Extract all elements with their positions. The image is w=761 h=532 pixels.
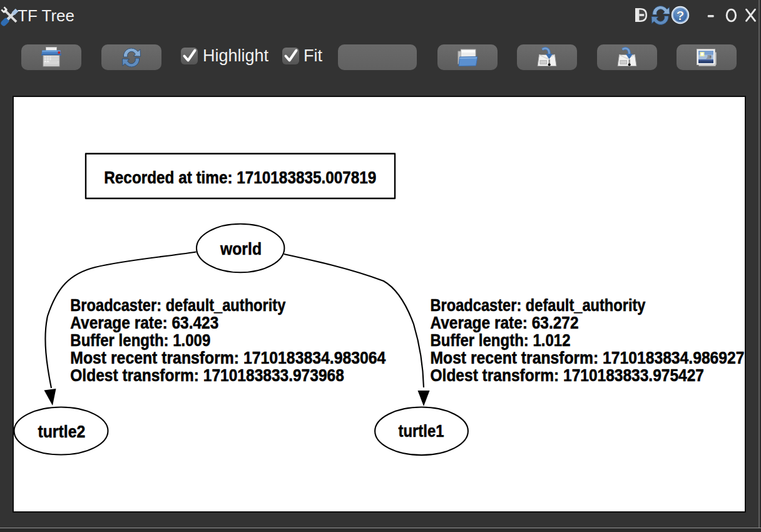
- svg-text:world: world: [220, 238, 262, 258]
- svg-text:turtle2: turtle2: [38, 421, 85, 441]
- svg-text:Oldest transform: 1710183833.9: Oldest transform: 1710183833.975427: [431, 365, 705, 385]
- svg-text:Recorded at time: 1710183835.0: Recorded at time: 1710183835.007819: [104, 167, 376, 187]
- svg-text:turtle1: turtle1: [399, 421, 444, 441]
- svg-text:Oldest transform: 1710183833.9: Oldest transform: 1710183833.973968: [70, 365, 344, 385]
- svg-text:?: ?: [677, 8, 685, 23]
